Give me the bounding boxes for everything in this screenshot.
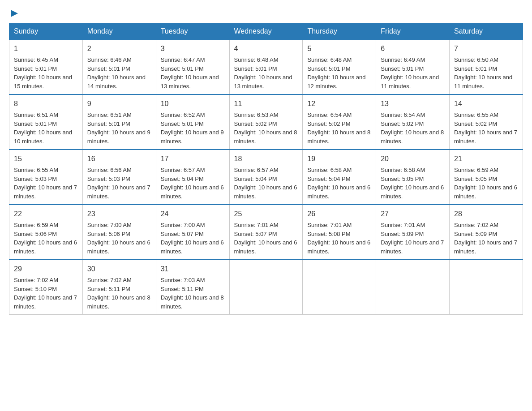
sunset-text: Sunset: 5:04 PM xyxy=(307,176,350,182)
sunrise-text: Sunrise: 6:57 AM xyxy=(234,167,279,173)
calendar-cell: 19Sunrise: 6:58 AMSunset: 5:04 PMDayligh… xyxy=(303,150,376,205)
sunset-text: Sunset: 5:02 PM xyxy=(454,120,497,127)
daylight-text: Daylight: 10 hours and 6 minutes. xyxy=(87,239,150,255)
sunset-text: Sunset: 5:01 PM xyxy=(14,65,57,72)
calendar-cell: 28Sunrise: 7:02 AMSunset: 5:09 PMDayligh… xyxy=(450,205,523,260)
sunrise-text: Sunrise: 6:54 AM xyxy=(381,111,425,118)
daylight-text: Daylight: 10 hours and 6 minutes. xyxy=(381,184,444,200)
daylight-text: Daylight: 10 hours and 8 minutes. xyxy=(234,129,297,145)
sunset-text: Sunset: 5:01 PM xyxy=(161,120,204,127)
daylight-text: Daylight: 10 hours and 8 minutes. xyxy=(307,129,370,145)
svg-marker-0 xyxy=(11,10,18,17)
sunset-text: Sunset: 5:01 PM xyxy=(87,120,130,127)
sunrise-text: Sunrise: 6:47 AM xyxy=(161,56,205,63)
day-number: 26 xyxy=(307,209,371,219)
weekday-header-tuesday: Tuesday xyxy=(156,24,229,40)
calendar-week-2: 8Sunrise: 6:51 AMSunset: 5:01 PMDaylight… xyxy=(9,94,523,150)
day-number: 19 xyxy=(307,154,371,164)
calendar-week-4: 22Sunrise: 6:59 AMSunset: 5:06 PMDayligh… xyxy=(9,205,523,260)
calendar-cell xyxy=(303,260,376,315)
day-number: 28 xyxy=(454,209,518,219)
sunrise-text: Sunrise: 7:01 AM xyxy=(234,222,279,228)
sunset-text: Sunset: 5:10 PM xyxy=(14,286,57,292)
daylight-text: Daylight: 10 hours and 7 minutes. xyxy=(454,239,517,255)
sunset-text: Sunset: 5:11 PM xyxy=(161,286,204,292)
calendar-cell: 18Sunrise: 6:57 AMSunset: 5:04 PMDayligh… xyxy=(229,150,303,205)
calendar-week-1: 1Sunrise: 6:45 AMSunset: 5:01 PMDaylight… xyxy=(9,39,523,94)
daylight-text: Daylight: 10 hours and 6 minutes. xyxy=(307,239,370,255)
weekday-header-wednesday: Wednesday xyxy=(229,24,303,40)
calendar-cell: 27Sunrise: 7:01 AMSunset: 5:09 PMDayligh… xyxy=(376,205,450,260)
daylight-text: Daylight: 10 hours and 6 minutes. xyxy=(14,239,77,255)
daylight-text: Daylight: 10 hours and 6 minutes. xyxy=(454,184,517,200)
sunrise-text: Sunrise: 6:54 AM xyxy=(307,111,352,118)
daylight-text: Daylight: 10 hours and 6 minutes. xyxy=(161,184,224,200)
day-number: 16 xyxy=(87,154,151,164)
daylight-text: Daylight: 10 hours and 12 minutes. xyxy=(307,74,365,90)
sunrise-text: Sunrise: 6:57 AM xyxy=(161,167,205,173)
day-number: 22 xyxy=(14,209,78,219)
calendar-cell: 9Sunrise: 6:51 AMSunset: 5:01 PMDaylight… xyxy=(82,94,156,150)
sunset-text: Sunset: 5:02 PM xyxy=(307,120,350,127)
day-number: 30 xyxy=(87,264,151,274)
calendar-cell: 6Sunrise: 6:49 AMSunset: 5:01 PMDaylight… xyxy=(376,39,450,94)
sunset-text: Sunset: 5:03 PM xyxy=(87,176,130,182)
sunset-text: Sunset: 5:01 PM xyxy=(161,65,204,72)
sunrise-text: Sunrise: 6:49 AM xyxy=(381,56,425,63)
calendar-cell: 14Sunrise: 6:55 AMSunset: 5:02 PMDayligh… xyxy=(450,94,523,150)
daylight-text: Daylight: 10 hours and 11 minutes. xyxy=(381,74,439,90)
sunset-text: Sunset: 5:06 PM xyxy=(14,231,57,237)
calendar-cell: 23Sunrise: 7:00 AMSunset: 5:06 PMDayligh… xyxy=(82,205,156,260)
day-number: 24 xyxy=(161,209,225,219)
sunset-text: Sunset: 5:06 PM xyxy=(87,231,130,237)
calendar-cell: 3Sunrise: 6:47 AMSunset: 5:01 PMDaylight… xyxy=(156,39,229,94)
daylight-text: Daylight: 10 hours and 9 minutes. xyxy=(161,129,224,145)
sunrise-text: Sunrise: 6:58 AM xyxy=(307,167,352,173)
sunrise-text: Sunrise: 6:55 AM xyxy=(454,111,498,118)
sunrise-text: Sunrise: 6:56 AM xyxy=(87,167,132,173)
daylight-text: Daylight: 10 hours and 15 minutes. xyxy=(14,74,72,90)
daylight-text: Daylight: 10 hours and 7 minutes. xyxy=(454,129,517,145)
sunset-text: Sunset: 5:07 PM xyxy=(234,231,277,237)
daylight-text: Daylight: 10 hours and 14 minutes. xyxy=(87,74,146,90)
calendar-cell: 10Sunrise: 6:52 AMSunset: 5:01 PMDayligh… xyxy=(156,94,229,150)
sunset-text: Sunset: 5:08 PM xyxy=(307,231,350,237)
calendar-cell: 24Sunrise: 7:00 AMSunset: 5:07 PMDayligh… xyxy=(156,205,229,260)
calendar-cell: 22Sunrise: 6:59 AMSunset: 5:06 PMDayligh… xyxy=(9,205,83,260)
daylight-text: Daylight: 10 hours and 6 minutes. xyxy=(307,184,370,200)
sunset-text: Sunset: 5:04 PM xyxy=(161,176,204,182)
day-number: 17 xyxy=(161,154,225,164)
calendar-week-5: 29Sunrise: 7:02 AMSunset: 5:10 PMDayligh… xyxy=(9,260,523,315)
calendar-cell: 30Sunrise: 7:02 AMSunset: 5:11 PMDayligh… xyxy=(82,260,156,315)
sunrise-text: Sunrise: 6:51 AM xyxy=(87,111,132,118)
sunrise-text: Sunrise: 7:02 AM xyxy=(454,222,498,228)
sunrise-text: Sunrise: 7:02 AM xyxy=(87,277,132,283)
sunrise-text: Sunrise: 6:52 AM xyxy=(161,111,205,118)
daylight-text: Daylight: 10 hours and 8 minutes. xyxy=(161,294,224,310)
sunrise-text: Sunrise: 6:46 AM xyxy=(87,56,132,63)
day-number: 1 xyxy=(14,43,78,54)
calendar-cell: 15Sunrise: 6:55 AMSunset: 5:03 PMDayligh… xyxy=(9,150,83,205)
sunrise-text: Sunrise: 7:00 AM xyxy=(87,222,132,228)
calendar-cell: 29Sunrise: 7:02 AMSunset: 5:10 PMDayligh… xyxy=(9,260,83,315)
sunset-text: Sunset: 5:04 PM xyxy=(234,176,277,182)
daylight-text: Daylight: 10 hours and 11 minutes. xyxy=(454,74,512,90)
sunrise-text: Sunrise: 7:02 AM xyxy=(14,277,58,283)
sunset-text: Sunset: 5:01 PM xyxy=(307,65,350,72)
sunset-text: Sunset: 5:09 PM xyxy=(454,231,497,237)
day-number: 23 xyxy=(87,209,151,219)
day-number: 4 xyxy=(234,43,298,54)
weekday-header-sunday: Sunday xyxy=(9,24,83,40)
daylight-text: Daylight: 10 hours and 10 minutes. xyxy=(14,129,72,145)
day-number: 25 xyxy=(234,209,298,219)
day-number: 6 xyxy=(381,43,445,54)
calendar-cell: 25Sunrise: 7:01 AMSunset: 5:07 PMDayligh… xyxy=(229,205,303,260)
calendar-cell: 5Sunrise: 6:48 AMSunset: 5:01 PMDaylight… xyxy=(303,39,376,94)
logo xyxy=(9,9,19,19)
daylight-text: Daylight: 10 hours and 13 minutes. xyxy=(234,74,292,90)
calendar-cell: 31Sunrise: 7:03 AMSunset: 5:11 PMDayligh… xyxy=(156,260,229,315)
daylight-text: Daylight: 10 hours and 8 minutes. xyxy=(87,294,150,310)
day-number: 20 xyxy=(381,154,445,164)
logo-arrow-icon xyxy=(10,9,19,18)
page-header xyxy=(9,9,523,19)
